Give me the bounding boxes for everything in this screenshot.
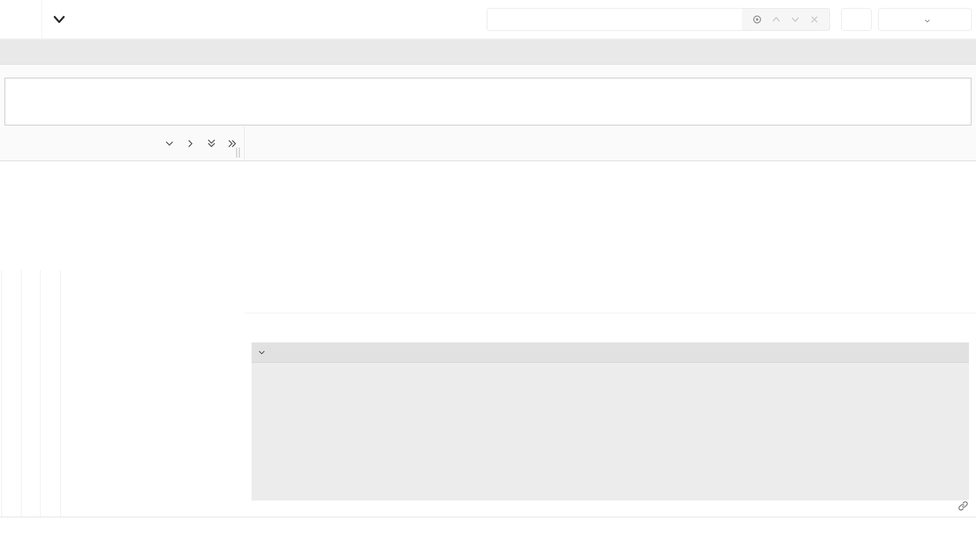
find-input[interactable] bbox=[487, 8, 742, 31]
timeline-header bbox=[0, 126, 976, 161]
trace-view bbox=[0, 0, 976, 560]
trace-title-group bbox=[51, 0, 79, 39]
detail-row-band bbox=[79, 270, 245, 517]
logs-header[interactable] bbox=[252, 342, 969, 363]
view-selector-button[interactable] bbox=[878, 8, 972, 31]
detail-top-border bbox=[245, 270, 976, 272]
span-detail-section bbox=[0, 270, 976, 517]
top-bar bbox=[0, 0, 976, 39]
copy-link-icon[interactable] bbox=[957, 500, 969, 512]
chevron-down-icon bbox=[257, 348, 266, 357]
logs-section bbox=[252, 342, 969, 500]
clear-find-icon[interactable] bbox=[809, 14, 820, 25]
expand-one-icon[interactable] bbox=[185, 138, 196, 149]
span-rows-bottom bbox=[0, 517, 976, 560]
collapse-trace-chevron-icon[interactable] bbox=[51, 12, 67, 27]
locate-match-icon[interactable] bbox=[751, 14, 763, 25]
logs-footer-note bbox=[252, 478, 969, 500]
collapse-one-icon[interactable] bbox=[164, 138, 175, 149]
timeline-tick-labels bbox=[245, 126, 976, 161]
prev-match-icon[interactable] bbox=[770, 14, 782, 25]
span-detail-panel bbox=[245, 270, 976, 517]
keyboard-shortcuts-button[interactable] bbox=[841, 8, 872, 31]
chevron-down-icon bbox=[923, 16, 931, 23]
column-resize-handle[interactable] bbox=[236, 147, 243, 158]
trace-summary-bar bbox=[0, 39, 976, 65]
span-rows bbox=[0, 161, 976, 270]
minimap-tick-labels bbox=[5, 66, 971, 77]
timeline-header-left bbox=[0, 126, 245, 161]
back-button[interactable] bbox=[0, 0, 42, 39]
collapse-all-icon[interactable] bbox=[206, 138, 217, 149]
find-controls bbox=[742, 8, 830, 31]
minimap-canvas[interactable] bbox=[5, 78, 971, 125]
span-id-row bbox=[948, 498, 969, 514]
detail-left-gutter bbox=[0, 270, 245, 517]
trace-minimap bbox=[0, 65, 976, 126]
next-match-icon[interactable] bbox=[789, 14, 801, 25]
span-color-stripe bbox=[75, 270, 79, 517]
